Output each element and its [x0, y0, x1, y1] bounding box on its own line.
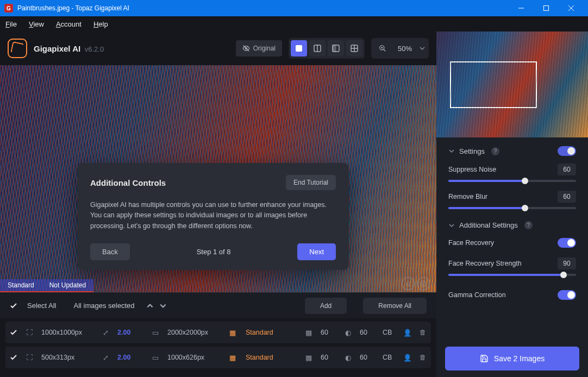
row-checkbox[interactable]	[10, 329, 17, 336]
output-icon: ▭	[151, 354, 160, 362]
mode-icon: ▦	[229, 329, 236, 337]
end-tutorial-button[interactable]: End Tutorial	[286, 175, 336, 190]
noise-value: 60	[321, 329, 336, 336]
row-checkbox[interactable]	[10, 354, 17, 361]
menu-view[interactable]: View	[29, 20, 44, 28]
settings-toggle[interactable]	[558, 146, 576, 156]
svg-line-15	[384, 49, 386, 52]
output-icon: ▭	[151, 329, 160, 337]
svg-rect-1	[544, 6, 549, 11]
mode-badge: Standard	[0, 281, 42, 289]
face-icon: 👤	[403, 329, 412, 337]
save-images-button[interactable]: Save 2 Images	[445, 347, 579, 370]
face-recovery-row: Face Recovery	[448, 233, 576, 253]
suppress-noise-slider[interactable]	[448, 180, 576, 182]
source-dimensions: 1000x1000px	[41, 329, 93, 336]
selection-status: All images selected	[73, 301, 134, 310]
suppress-noise-value[interactable]: 60	[558, 164, 576, 175]
face-recovery-toggle[interactable]	[558, 238, 576, 248]
output-dimensions: 2000x2000px	[167, 329, 222, 336]
cb-label: CB	[383, 329, 396, 336]
app-version: v6.2.0	[85, 45, 104, 53]
view-single-button[interactable]	[291, 40, 307, 56]
scale-value: 2.00	[117, 329, 143, 336]
noise-value: 60	[321, 354, 336, 361]
view-grid-button[interactable]	[346, 40, 362, 56]
dialog-title: Additional Controls	[90, 178, 286, 187]
menu-file[interactable]: File	[5, 20, 17, 28]
table-row[interactable]: ⛶1000x1000px⤢2.00▭2000x2000px▦Standard▩6…	[5, 322, 431, 343]
mode-label: Standard	[246, 329, 289, 336]
toolbar: Gigapixel AI v6.2.0 Original 50%	[0, 32, 436, 65]
delete-button[interactable]: 🗑	[420, 354, 427, 361]
select-all-checkbox[interactable]	[10, 302, 17, 310]
remove-all-button[interactable]: Remove All	[363, 298, 427, 314]
feedback-sad-button[interactable]: ☹	[417, 277, 430, 290]
dialog-body: Gigapixel AI has multiple controls you c…	[90, 200, 336, 231]
zoom-icon[interactable]	[374, 40, 391, 56]
menu-help[interactable]: Help	[93, 20, 108, 28]
collapse-down-button[interactable]	[157, 300, 169, 312]
scale-icon: ⤢	[101, 329, 110, 337]
suppress-noise-label: Suppress Noise	[448, 166, 496, 173]
crop-icon: ⛶	[25, 354, 34, 361]
image-canvas[interactable]: Additional Controls End Tutorial Gigapix…	[0, 65, 436, 292]
blur-icon: ◐	[343, 354, 352, 362]
maximize-button[interactable]	[534, 0, 559, 16]
remove-blur-slider[interactable]	[448, 207, 576, 209]
delete-button[interactable]: 🗑	[420, 329, 427, 336]
help-icon[interactable]: ?	[524, 221, 533, 229]
face-icon: 👤	[403, 354, 412, 362]
chevron-down-icon	[448, 148, 455, 154]
remove-blur-label: Remove Blur	[448, 193, 487, 200]
app-logo-icon	[8, 39, 27, 58]
remove-blur-value[interactable]: 60	[558, 191, 576, 203]
blur-icon: ◐	[343, 329, 352, 337]
table-row[interactable]: ⛶500x313px⤢2.00▭1000x626px▦Standard▩60◐6…	[5, 347, 431, 368]
close-button[interactable]	[559, 0, 584, 16]
tutorial-dialog: Additional Controls End Tutorial Gigapix…	[77, 163, 349, 270]
chevron-down-icon	[448, 222, 455, 229]
mode-icon: ▦	[229, 354, 236, 362]
face-strength-row: Face Recovery Strength 90	[448, 257, 576, 276]
add-button[interactable]: Add	[305, 298, 347, 314]
settings-section-header[interactable]: Settings ?	[448, 143, 576, 159]
crop-icon: ⛶	[25, 329, 34, 336]
navigator-viewport-rect[interactable]	[450, 61, 537, 108]
save-icon	[480, 354, 489, 363]
zoom-value[interactable]: 50%	[394, 45, 416, 53]
gamma-label: Gamma Correction	[448, 291, 506, 299]
chevron-down-icon[interactable]	[419, 45, 426, 52]
blur-value: 60	[360, 329, 375, 336]
canvas-status-strip: Standard Not Updated	[0, 279, 93, 292]
view-split-v-button[interactable]	[309, 40, 326, 56]
face-strength-value[interactable]: 90	[558, 257, 576, 269]
svg-rect-6	[296, 45, 302, 52]
minimize-button[interactable]	[509, 0, 534, 16]
face-strength-slider[interactable]	[448, 274, 576, 276]
feedback-happy-button[interactable]: ☺	[402, 277, 415, 290]
file-list: ⛶1000x1000px⤢2.00▭2000x2000px▦Standard▩6…	[0, 318, 436, 377]
back-button[interactable]: Back	[90, 243, 130, 260]
suppress-noise-row: Suppress Noise 60	[448, 164, 576, 182]
app-name: Gigapixel AI	[34, 44, 80, 53]
original-label: Original	[253, 45, 276, 52]
gamma-toggle[interactable]	[558, 290, 576, 300]
save-label: Save 2 Images	[494, 354, 545, 363]
face-recovery-label: Face Recovery	[448, 239, 494, 247]
update-badge: Not Updated	[42, 281, 93, 289]
noise-icon: ▩	[304, 329, 313, 337]
additional-section-header[interactable]: Additional Settings ?	[448, 218, 576, 233]
menu-account[interactable]: Account	[56, 20, 82, 28]
help-icon[interactable]: ?	[491, 147, 499, 155]
next-button[interactable]: Next	[297, 243, 336, 260]
view-mode-group	[289, 38, 365, 59]
noise-icon: ▩	[304, 354, 313, 362]
collapse-up-button[interactable]	[144, 300, 156, 312]
navigator-thumbnail[interactable]	[436, 32, 588, 137]
view-side-button[interactable]	[328, 40, 344, 56]
original-toggle[interactable]: Original	[236, 40, 282, 56]
remove-blur-row: Remove Blur 60	[448, 191, 576, 209]
svg-rect-10	[333, 45, 336, 52]
mode-label: Standard	[246, 354, 289, 361]
